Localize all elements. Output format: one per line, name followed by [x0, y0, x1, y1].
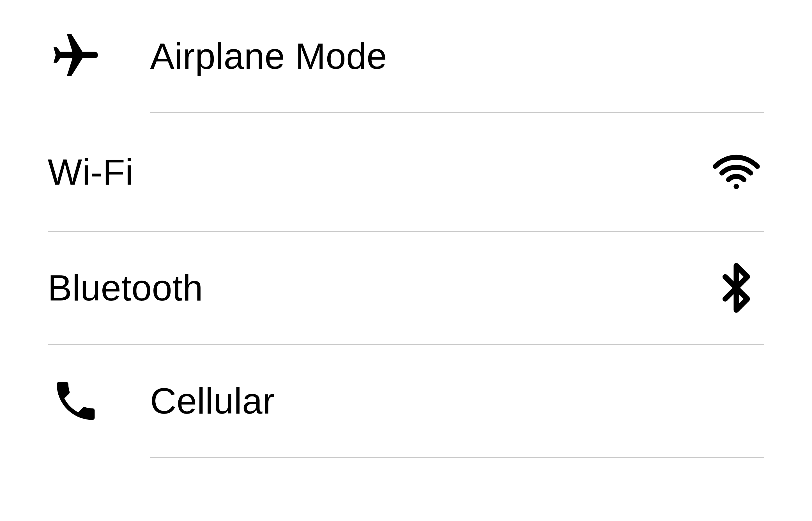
bluetooth-icon [708, 260, 764, 316]
settings-row-bluetooth[interactable]: Bluetooth [48, 232, 764, 344]
row-separator [150, 457, 764, 458]
airplane-icon [48, 28, 104, 84]
settings-row-wifi[interactable]: Wi-Fi [48, 113, 764, 231]
settings-list: Airplane Mode Wi-Fi Bluetooth [0, 0, 812, 458]
phone-icon [48, 373, 104, 429]
svg-point-0 [734, 184, 739, 189]
settings-row-cellular[interactable]: Cellular [48, 345, 764, 457]
settings-row-label: Bluetooth [48, 270, 203, 306]
wifi-icon [708, 144, 764, 200]
settings-row-label: Cellular [150, 383, 275, 419]
settings-row-label: Wi-Fi [48, 154, 134, 190]
settings-row-airplane-mode[interactable]: Airplane Mode [48, 0, 764, 112]
settings-row-label: Airplane Mode [150, 38, 387, 74]
